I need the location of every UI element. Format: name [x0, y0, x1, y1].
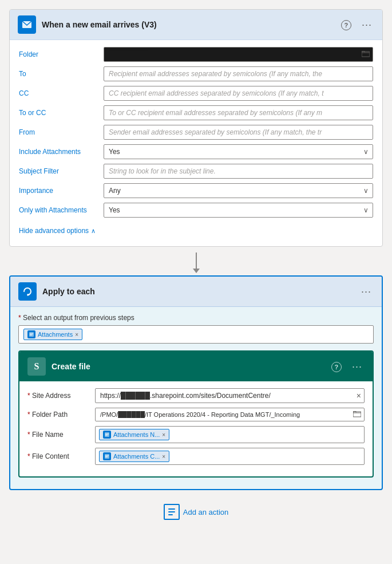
add-action-label: Add an action: [183, 508, 229, 516]
create-file-card: S Create file ? ··· Site Address ×: [18, 350, 374, 478]
create-file-header: S Create file ? ···: [19, 352, 373, 381]
trigger-icon: [18, 15, 36, 34]
create-file-header-actions: ? ···: [329, 360, 365, 374]
trigger-title: When a new email arrives (V3): [42, 20, 333, 29]
loop-icon: [18, 282, 37, 301]
create-file-title: Create file: [52, 362, 323, 371]
from-input-wrapper: [104, 125, 373, 140]
trigger-header: When a new email arrives (V3) ? ···: [10, 10, 382, 40]
apply-to-each-card: Apply to each ··· * Select an output fro…: [9, 275, 383, 490]
add-action-button[interactable]: Add an action: [164, 504, 229, 520]
required-asterisk: *: [18, 314, 23, 322]
field-folder-path: Folder Path: [27, 408, 365, 421]
folder-path-folder-icon: [353, 411, 361, 419]
select-output-input[interactable]: Attachments ×: [18, 325, 374, 344]
cc-input[interactable]: [104, 86, 373, 101]
file-content-input[interactable]: Attachments C... ×: [95, 448, 365, 465]
label-only-with-attachments: Only with Attachments: [19, 206, 99, 214]
loop-more-button[interactable]: ···: [359, 285, 374, 299]
loop-header: Apply to each ···: [10, 277, 382, 307]
label-include-attachments: Include Attachments: [19, 148, 99, 156]
folder-path-input[interactable]: [95, 408, 365, 421]
field-cc: CC: [19, 86, 373, 101]
svg-rect-2: [29, 332, 34, 337]
label-folder-path: Folder Path: [27, 411, 90, 419]
create-file-help-button[interactable]: ?: [329, 360, 344, 373]
svg-rect-3: [353, 412, 361, 417]
file-name-token-label: Attachments N...: [113, 431, 160, 438]
label-to: To: [19, 70, 99, 78]
site-address-wrapper: ×: [95, 388, 365, 403]
attachments-token: Attachments ×: [23, 329, 82, 340]
file-name-token-icon: [103, 431, 111, 439]
loop-header-actions: ···: [359, 285, 374, 299]
only-with-attachments-dropdown[interactable]: Yes No: [104, 203, 373, 218]
subject-filter-input-wrapper: [104, 164, 373, 179]
svg-rect-5: [105, 454, 109, 459]
site-address-clear-icon[interactable]: ×: [357, 391, 361, 400]
add-action-icon: [164, 504, 180, 520]
site-address-input[interactable]: [95, 388, 365, 403]
field-subject-filter: Subject Filter: [19, 164, 373, 179]
label-folder: Folder: [19, 50, 99, 58]
label-cc: CC: [19, 89, 99, 97]
importance-dropdown-wrapper: Any Low Normal High ∨: [104, 183, 373, 198]
trigger-form-body: Folder To CC To or CC: [10, 40, 382, 246]
field-to: To: [19, 66, 373, 81]
file-content-token: Attachments C... ×: [99, 451, 169, 462]
file-name-token-close[interactable]: ×: [162, 432, 165, 438]
subject-filter-input[interactable]: [104, 164, 373, 179]
cc-input-wrapper: [104, 86, 373, 101]
attachments-token-close[interactable]: ×: [75, 332, 78, 338]
file-content-token-label: Attachments C...: [113, 453, 160, 460]
create-file-icon: S: [27, 357, 46, 376]
label-to-or-cc: To or CC: [19, 109, 99, 117]
field-folder: Folder: [19, 47, 373, 62]
trigger-more-button[interactable]: ···: [359, 18, 374, 32]
label-file-name: File Name: [27, 431, 90, 439]
file-content-token-close[interactable]: ×: [162, 453, 165, 460]
from-input[interactable]: [104, 125, 373, 140]
field-include-attachments: Include Attachments Yes No ∨: [19, 144, 373, 159]
folder-input-wrapper: [104, 47, 373, 62]
svg-rect-4: [105, 432, 109, 437]
trigger-card: When a new email arrives (V3) ? ··· Fold…: [9, 9, 383, 247]
field-importance: Importance Any Low Normal High ∨: [19, 183, 373, 198]
attachments-token-label: Attachments: [38, 331, 73, 338]
include-attachments-dropdown[interactable]: Yes No: [104, 144, 373, 159]
folder-icon: [362, 50, 370, 59]
field-from: From: [19, 125, 373, 140]
file-name-token: Attachments N... ×: [99, 429, 169, 440]
file-name-input[interactable]: Attachments N... ×: [95, 426, 365, 443]
include-attachments-dropdown-wrapper: Yes No ∨: [104, 144, 373, 159]
to-input-wrapper: [104, 66, 373, 81]
svg-rect-6: [168, 508, 175, 510]
label-file-content: File Content: [27, 452, 90, 460]
svg-rect-1: [362, 52, 370, 57]
label-importance: Importance: [19, 187, 99, 195]
add-action-container: Add an action: [9, 490, 383, 529]
label-site-address: Site Address: [27, 392, 90, 400]
field-to-or-cc: To or CC: [19, 105, 373, 120]
folder-path-wrapper: [95, 408, 365, 421]
hide-advanced-button[interactable]: Hide advanced options ∧: [19, 222, 96, 242]
create-file-more-button[interactable]: ···: [350, 360, 365, 374]
attachments-token-icon: [27, 330, 35, 338]
importance-dropdown[interactable]: Any Low Normal High: [104, 183, 373, 198]
only-with-attachments-dropdown-wrapper: Yes No ∨: [104, 203, 373, 218]
to-or-cc-input-wrapper: [104, 105, 373, 120]
svg-rect-8: [168, 514, 173, 515]
trigger-help-button[interactable]: ?: [339, 18, 354, 31]
select-output-label: * Select an output from previous steps: [18, 314, 374, 322]
to-or-cc-input[interactable]: [104, 105, 373, 120]
trigger-header-actions: ? ···: [339, 18, 374, 32]
arrow-down-icon: [196, 253, 197, 270]
hide-advanced-label: Hide advanced options: [19, 227, 89, 235]
folder-input[interactable]: [104, 47, 373, 62]
field-only-with-attachments: Only with Attachments Yes No ∨: [19, 203, 373, 218]
to-input[interactable]: [104, 66, 373, 81]
svg-rect-7: [168, 511, 175, 512]
label-subject-filter: Subject Filter: [19, 167, 99, 175]
loop-title: Apply to each: [42, 287, 353, 296]
label-from: From: [19, 128, 99, 136]
